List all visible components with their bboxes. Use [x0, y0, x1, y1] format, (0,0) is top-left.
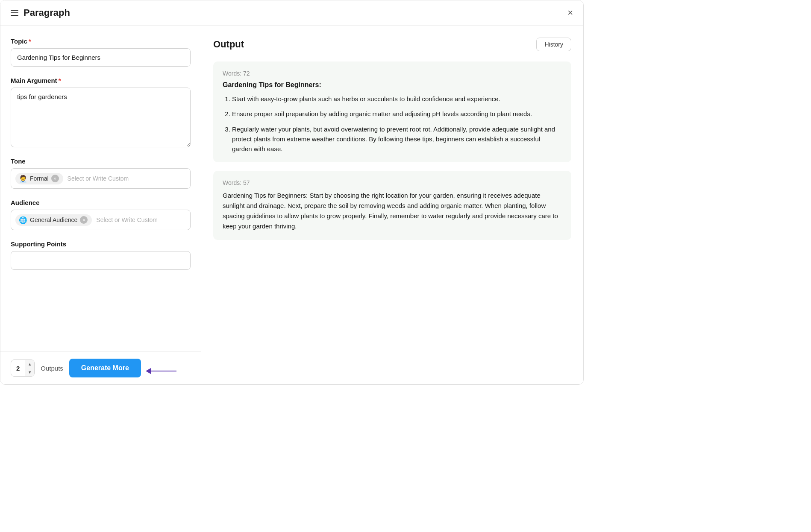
tone-tag-text: Formal — [30, 175, 49, 182]
header-left: Paragraph — [11, 7, 70, 18]
supporting-points-input[interactable] — [11, 251, 191, 270]
app-header: Paragraph × — [0, 0, 583, 26]
list-item: Ensure proper soil preparation by adding… — [232, 109, 562, 119]
output-word-count-2: Words: 57 — [223, 179, 562, 186]
bottom-bar: 2 ▲ ▼ Outputs Generate More — [0, 351, 201, 384]
main-argument-field-group: Main Argument * tips for gardeners — [11, 77, 191, 147]
outputs-label: Outputs — [41, 365, 63, 372]
arrow-line — [151, 371, 176, 371]
main-argument-textarea[interactable]: tips for gardeners — [11, 88, 191, 147]
output-card-2: Words: 57 Gardening Tips for Beginners: … — [213, 171, 571, 240]
audience-tag-close-button[interactable]: × — [80, 216, 88, 224]
output-list-1: Start with easy-to-grow plants such as h… — [223, 94, 562, 154]
audience-tag-input[interactable]: 🌐 General Audience × Select or Write Cus… — [11, 210, 191, 230]
output-title: Output — [213, 39, 244, 50]
menu-icon[interactable] — [11, 10, 18, 16]
counter-up-button[interactable]: ▲ — [25, 360, 34, 368]
topic-required-star: * — [29, 38, 31, 45]
topic-field-group: Topic * — [11, 38, 191, 67]
output-heading-1: Gardening Tips for Beginners: — [223, 81, 562, 89]
main-argument-label: Main Argument * — [11, 77, 191, 84]
right-panel: Output History Words: 72 Gardening Tips … — [201, 26, 583, 384]
supporting-points-field-group: Supporting Points — [11, 240, 191, 270]
output-header: Output History — [213, 38, 571, 51]
generate-more-button[interactable]: Generate More — [69, 359, 141, 377]
audience-label: Audience — [11, 199, 191, 206]
main-argument-required-star: * — [59, 77, 61, 84]
counter-down-button[interactable]: ▼ — [25, 368, 34, 376]
tone-label: Tone — [11, 158, 191, 165]
audience-placeholder: Select or Write Custom — [94, 216, 159, 224]
arrow-head-icon — [146, 368, 151, 374]
audience-tag-general: 🌐 General Audience × — [15, 214, 92, 226]
audience-tag-text: General Audience — [30, 216, 77, 223]
tone-tag-close-button[interactable]: × — [51, 175, 59, 182]
history-button[interactable]: History — [536, 38, 571, 51]
topic-input[interactable] — [11, 48, 191, 67]
outputs-counter[interactable]: 2 ▲ ▼ — [11, 360, 35, 377]
tone-tag-input[interactable]: 🧑‍💼 Formal × Select or Write Custom — [11, 168, 191, 189]
output-card-1: Words: 72 Gardening Tips for Beginners: … — [213, 61, 571, 162]
close-button[interactable]: × — [567, 8, 573, 18]
supporting-points-label: Supporting Points — [11, 240, 191, 248]
output-word-count-1: Words: 72 — [223, 70, 562, 77]
tone-tag-formal: 🧑‍💼 Formal × — [15, 173, 63, 184]
tone-tag-emoji: 🧑‍💼 — [19, 175, 27, 183]
tone-field-group: Tone 🧑‍💼 Formal × Select or Write Custom — [11, 158, 191, 189]
tone-placeholder: Select or Write Custom — [66, 174, 131, 183]
counter-arrows: ▲ ▼ — [25, 360, 34, 376]
audience-field-group: Audience 🌐 General Audience × Select or … — [11, 199, 191, 230]
list-item: Regularly water your plants, but avoid o… — [232, 124, 562, 154]
main-layout: Topic * Main Argument * tips for gardene… — [0, 26, 583, 384]
list-item: Start with easy-to-grow plants such as h… — [232, 94, 562, 104]
left-panel: Topic * Main Argument * tips for gardene… — [0, 26, 201, 384]
output-paragraph-2: Gardening Tips for Beginners: Start by c… — [223, 190, 562, 231]
app-title: Paragraph — [24, 7, 70, 18]
arrow-pointer — [146, 368, 176, 374]
counter-value: 2 — [11, 360, 25, 376]
topic-label: Topic * — [11, 38, 191, 45]
audience-tag-emoji: 🌐 — [19, 216, 27, 224]
